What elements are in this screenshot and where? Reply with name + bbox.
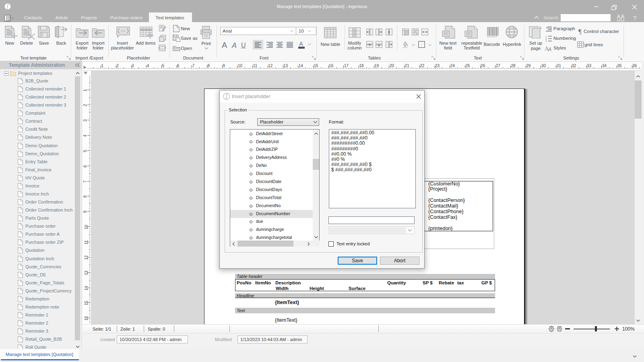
- svg-text:3: 3: [545, 40, 547, 42]
- svg-text:A: A: [548, 47, 551, 51]
